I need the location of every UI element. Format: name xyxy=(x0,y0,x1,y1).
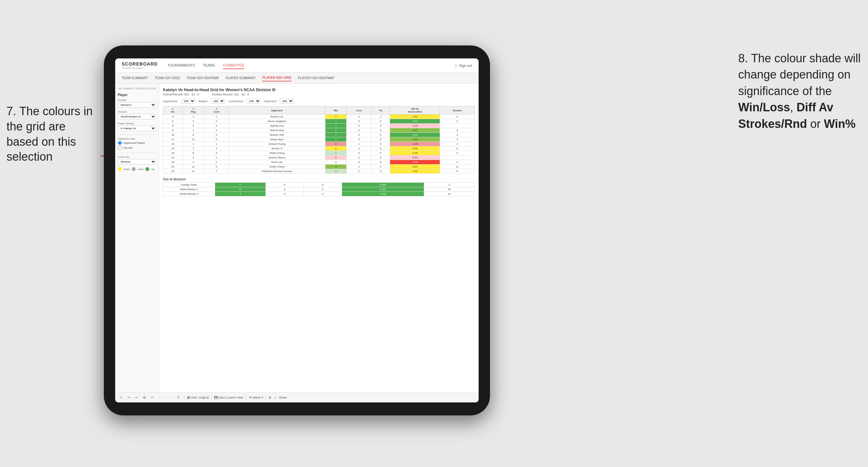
td-tie: 0 xyxy=(372,160,390,164)
sub-nav-player-h2h-heatmap[interactable]: PLAYER H2H HEATMAP xyxy=(298,75,334,81)
gender-select[interactable]: Women's xyxy=(118,102,156,108)
td-ood-opponent: NAIA Division 1 xyxy=(163,187,215,192)
table-row: 5 2 2 Alexis Sudjianto 1 0 0 4.00 3 xyxy=(163,119,475,124)
down-label: Down xyxy=(124,168,130,171)
td-diff: 0.38 xyxy=(390,146,440,151)
colour-by-select[interactable]: Win/loss xyxy=(118,159,156,164)
share-label[interactable]: ⤤ xyxy=(274,396,276,399)
sidebar-section-title: Player xyxy=(118,93,156,97)
td-opponent: Alexis Sudjianto xyxy=(229,119,326,124)
td-opponent: Heejo Hyun xyxy=(229,137,326,142)
td-conf: 1 xyxy=(204,115,228,119)
td-tie: 0 xyxy=(372,151,390,155)
nav-committee[interactable]: COMMITTEE xyxy=(223,62,244,69)
toolbar-dot1[interactable]: · xyxy=(157,395,161,400)
division-label: Division xyxy=(118,110,156,113)
division-select[interactable]: NCAA Division III xyxy=(118,114,156,119)
region-filter-select[interactable]: (All) xyxy=(211,99,225,103)
sub-nav-team-h2h-grid[interactable]: TEAM H2H GRID xyxy=(155,75,180,81)
toolbar-scissors[interactable]: ✂ xyxy=(150,395,155,400)
radio-top100[interactable]: Top 100 xyxy=(118,146,156,150)
sub-nav-team-summary[interactable]: TEAM SUMMARY xyxy=(122,75,148,81)
td-diff: 0.30 xyxy=(390,164,440,169)
td-rounds: 3 xyxy=(440,119,475,124)
overall-record-label: Overall Record: xyxy=(163,93,183,96)
td-ood-tie: 0 xyxy=(304,192,342,196)
nav-teams[interactable]: TEAMS xyxy=(203,62,215,69)
td-ood-diff: 9.267 xyxy=(342,187,424,192)
sub-nav-player-h2h-grid[interactable]: PLAYER H2H GRID xyxy=(262,75,291,82)
td-reg: 8 xyxy=(182,151,204,155)
td-tie: 0 xyxy=(372,164,390,169)
colour-by-label: Colour by xyxy=(118,155,156,158)
opponent-filter-select[interactable]: (All) xyxy=(280,99,294,103)
td-conf: 4 xyxy=(204,146,228,151)
td-rounds: 11 xyxy=(440,164,475,169)
toolbar-redo[interactable]: ↩ xyxy=(134,395,139,400)
sidebar-timestamp: Last Updated: 27/03/2024 16:55:38 xyxy=(118,87,156,90)
td-ood-opponent: Foreign Team xyxy=(163,183,215,187)
table-row: 10 6 3 Andrea York 2 0 0 4.00 4 xyxy=(163,133,475,137)
nav-right: | Sign out xyxy=(456,62,472,69)
logo-subtitle: Powered by clippd xyxy=(122,66,158,69)
toolbar-dot2[interactable]: · xyxy=(163,395,167,400)
opponents-filter-label: Opponents: xyxy=(163,100,178,103)
td-conf: 5 xyxy=(204,151,228,155)
td-loss: 1 xyxy=(346,142,372,146)
td-conf: 3 xyxy=(204,133,228,137)
td-rounds: 3 xyxy=(440,137,475,142)
nav-tournaments[interactable]: TOURNAMENTS xyxy=(167,62,195,69)
td-div: 16 xyxy=(163,155,183,160)
division-record-value: 331 - 34 - 6 xyxy=(234,93,249,96)
share-text[interactable]: Share xyxy=(279,396,287,399)
td-ood-win: 1 xyxy=(215,183,266,187)
radio-opponents-played[interactable]: Opponents Played xyxy=(118,141,156,145)
td-div: 6 xyxy=(163,124,183,128)
td-win: 2 xyxy=(325,146,346,151)
sign-out-link[interactable]: Sign out xyxy=(459,62,472,69)
colour-legend: Down Level Up xyxy=(118,167,156,171)
sub-nav-player-summary[interactable]: PLAYER SUMMARY xyxy=(226,75,256,81)
td-ood-opponent: NCAA Division 2 xyxy=(163,192,215,196)
td-tie: 0 xyxy=(372,119,390,124)
toolbar-dot3[interactable]: · xyxy=(170,395,173,400)
td-loss: 1 xyxy=(346,169,372,174)
td-div: 18 xyxy=(163,160,183,164)
conference-filter-select[interactable]: (All) xyxy=(247,99,260,103)
save-custom-btn[interactable]: 💾 Save Custom View xyxy=(214,396,243,399)
td-rounds: 4 xyxy=(440,115,475,119)
td-win: 1 xyxy=(325,124,346,128)
td-diff: -3.00 xyxy=(390,142,440,146)
td-loss: 2 xyxy=(346,155,372,160)
td-ood-loss: 0 xyxy=(266,183,304,187)
toolbar-clock[interactable]: ⏱ xyxy=(176,395,181,400)
toolbar-grid[interactable]: ⊞ xyxy=(142,395,147,400)
td-tie: 0 xyxy=(372,146,390,151)
th-conf: #Conf xyxy=(204,106,228,115)
td-rounds xyxy=(440,124,475,128)
sub-nav-team-h2h-heatmap[interactable]: TEAM H2H HEATMAP xyxy=(187,75,219,81)
toolbar-undo[interactable]: ↩ xyxy=(118,395,124,400)
share-btn[interactable]: ⊞ xyxy=(269,396,271,399)
td-diff: 3.67 xyxy=(390,128,440,133)
toolbar-sep-2 xyxy=(211,395,212,400)
td-loss: 0 xyxy=(346,124,372,128)
td-div: 20 xyxy=(163,169,183,174)
td-reg: 2 xyxy=(182,155,204,160)
opponents-filter-select[interactable]: (All) xyxy=(181,99,195,103)
td-conf: 7 xyxy=(204,169,228,174)
td-tie: 0 xyxy=(372,124,390,128)
player-rank-select[interactable]: 8. Katelyn Vo xyxy=(118,126,156,131)
main-data-table: #Div #Reg #Conf Opponent Win Loss Tie Di… xyxy=(163,106,475,174)
watch-btn[interactable]: 👁 Watch ▾ xyxy=(249,396,263,399)
up-dot xyxy=(145,167,149,171)
overall-record-value: 353 - 34 - 6 xyxy=(184,93,199,96)
td-rounds: 4 xyxy=(440,133,475,137)
down-dot xyxy=(118,167,122,171)
th-opponent: Opponent xyxy=(229,106,326,115)
view-original-btn[interactable]: 🖼 View: Original xyxy=(187,396,209,399)
td-loss: 2 xyxy=(346,146,372,151)
td-ood-win: 15 xyxy=(215,187,266,192)
tablet-frame: SCOREBOARD Powered by clippd TOURNAMENTS… xyxy=(104,45,490,415)
toolbar-redo-back[interactable]: ↪ xyxy=(126,395,131,400)
